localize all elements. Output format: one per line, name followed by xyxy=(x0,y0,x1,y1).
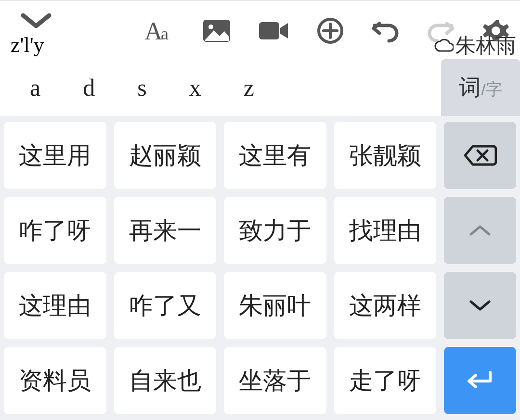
letter-hint[interactable]: a xyxy=(30,74,40,102)
cloud-icon xyxy=(434,38,454,53)
candidate[interactable]: 找理由 xyxy=(334,197,437,264)
candidate[interactable]: 自来也 xyxy=(114,347,217,414)
candidate[interactable]: 咋了呀 xyxy=(4,197,106,264)
backspace-button[interactable] xyxy=(444,122,516,189)
image-insert-button[interactable] xyxy=(202,19,231,43)
candidate[interactable]: 再来一 xyxy=(114,197,217,264)
mode-secondary-label: 字 xyxy=(486,78,502,101)
text-format-icon: A a xyxy=(144,17,175,44)
add-button[interactable] xyxy=(317,17,344,44)
cloud-sync-user[interactable]: 朱林雨 xyxy=(434,32,516,59)
letter-hint[interactable]: z xyxy=(244,74,254,102)
pinyin-input: z'l'y xyxy=(11,33,44,57)
candidate[interactable]: 咋了又 xyxy=(114,272,217,339)
chevron-down-icon xyxy=(19,12,53,32)
user-name-label: 朱林雨 xyxy=(455,32,516,59)
chevron-down-icon xyxy=(468,298,492,313)
candidate[interactable]: 资料员 xyxy=(4,347,106,414)
candidate-grid: 这里用 赵丽颖 这里有 张靓颖 咋了呀 再来一 致力于 找理由 这理由 咋了又 … xyxy=(4,122,436,414)
collapse-toggle[interactable] xyxy=(19,12,53,32)
side-controls xyxy=(444,122,516,414)
letter-hint[interactable]: d xyxy=(83,74,95,102)
chevron-up-icon xyxy=(468,223,492,238)
return-icon xyxy=(463,369,497,393)
letter-hint[interactable]: x xyxy=(189,74,201,102)
plus-circle-icon xyxy=(317,17,344,44)
candidate[interactable]: 坐落于 xyxy=(224,347,326,414)
svg-point-3 xyxy=(208,25,213,29)
image-icon xyxy=(202,19,231,43)
letter-hint-row: a d s x z 词 / 字 xyxy=(0,59,520,116)
enter-button[interactable] xyxy=(444,347,516,414)
candidate[interactable]: 张靓颖 xyxy=(334,122,437,189)
video-icon xyxy=(258,20,290,41)
editor-toolbar: z'l'y A a xyxy=(0,0,520,59)
backspace-icon xyxy=(463,143,497,167)
word-char-toggle[interactable]: 词 / 字 xyxy=(441,59,520,116)
candidate[interactable]: 这两样 xyxy=(334,272,437,339)
text-format-button[interactable]: A a xyxy=(144,17,175,44)
svg-rect-4 xyxy=(259,22,279,39)
page-up-button[interactable] xyxy=(444,197,516,264)
svg-text:a: a xyxy=(161,24,169,43)
candidate[interactable]: 这理由 xyxy=(4,272,106,339)
letter-hints: a d s x z xyxy=(0,74,254,102)
video-insert-button[interactable] xyxy=(258,20,290,41)
candidate[interactable]: 朱丽叶 xyxy=(224,272,326,339)
letter-hint[interactable]: s xyxy=(137,74,146,102)
undo-icon xyxy=(371,19,400,43)
candidate[interactable]: 赵丽颖 xyxy=(114,122,217,189)
keyboard-area: 这里用 赵丽颖 这里有 张靓颖 咋了呀 再来一 致力于 找理由 这理由 咋了又 … xyxy=(0,116,520,420)
mode-separator: / xyxy=(481,80,485,99)
svg-text:A: A xyxy=(144,17,163,44)
undo-button[interactable] xyxy=(371,19,400,43)
candidate[interactable]: 这里有 xyxy=(224,122,326,189)
page-down-button[interactable] xyxy=(444,272,516,339)
candidate[interactable]: 走了呀 xyxy=(334,347,437,414)
candidate[interactable]: 这里用 xyxy=(4,122,106,189)
candidate[interactable]: 致力于 xyxy=(224,197,326,264)
mode-primary-label: 词 xyxy=(459,73,481,102)
